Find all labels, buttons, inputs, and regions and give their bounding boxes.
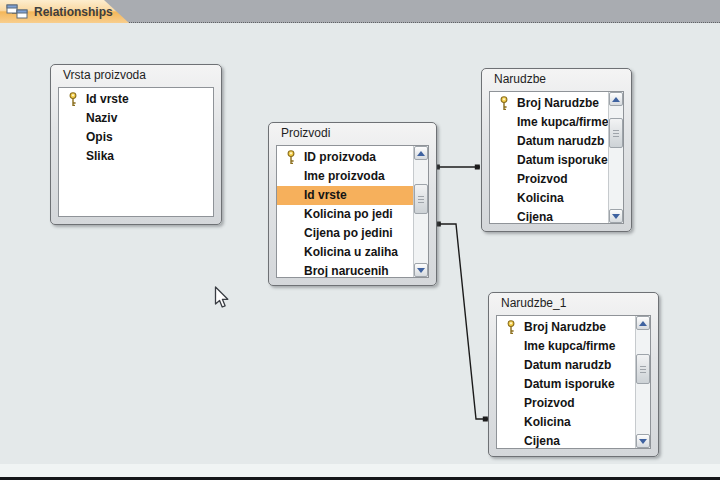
field-name: Datum isporuke: [524, 377, 615, 391]
field-row[interactable]: Proizvod: [497, 394, 635, 413]
field-list: Id vrsteNazivOpisSlika: [58, 87, 214, 217]
field-row[interactable]: Cijena po jedini: [277, 224, 413, 243]
field-list: Broj NarudzbeIme kupca/firmeDatum narudz…: [496, 315, 651, 449]
field-row[interactable]: Datum isporuke: [490, 151, 608, 170]
field-name: Datum narudzb: [517, 134, 604, 148]
field-name: ID proizvoda: [304, 150, 376, 164]
arrow-down-icon: [417, 268, 425, 273]
field-name: Kolicina po jedi: [304, 207, 393, 221]
field-row[interactable]: Ime kupca/firme: [497, 337, 635, 356]
field-row[interactable]: Kolicina u zaliha: [277, 243, 413, 262]
field-row[interactable]: Slika: [59, 147, 213, 166]
field-row[interactable]: Ime kupca/firme: [490, 113, 608, 132]
field-name: Opis: [86, 130, 113, 144]
arrow-up-icon: [417, 151, 425, 156]
field-row[interactable]: Kolicina po jedi: [277, 205, 413, 224]
field-row[interactable]: ID proizvoda: [277, 148, 413, 167]
arrow-down-icon: [612, 214, 620, 219]
field-name: Broj Narudzbe: [524, 320, 606, 334]
bottom-strip: [0, 464, 720, 477]
field-name: Ime kupca/firme: [524, 339, 615, 353]
field-list: Broj NarudzbeIme kupca/firmeDatum narudz…: [489, 91, 624, 224]
field-row[interactable]: Broj narucenih: [277, 262, 413, 278]
arrow-down-icon: [639, 439, 647, 444]
arrow-up-icon: [639, 321, 647, 326]
field-row[interactable]: Id vrste: [59, 90, 213, 109]
field-row[interactable]: Broj Narudzbe: [497, 318, 635, 337]
primary-key-icon: [286, 150, 296, 165]
field-row[interactable]: Kolicina: [497, 413, 635, 432]
field-name: Slika: [86, 149, 114, 163]
tab-bar: Relationships: [0, 0, 720, 23]
tab-relationships[interactable]: Relationships: [0, 0, 129, 23]
table-title[interactable]: Vrsta proizvoda: [51, 65, 221, 87]
arrow-up-icon: [612, 97, 620, 102]
field-name: Datum narudzb: [524, 358, 611, 372]
field-row[interactable]: Opis: [59, 128, 213, 147]
scrollbar[interactable]: [413, 146, 428, 277]
field-row[interactable]: Cijena: [490, 208, 608, 224]
field-name: Kolicina u zaliha: [304, 245, 398, 259]
field-name: Datum isporuke: [517, 153, 608, 167]
table-title[interactable]: Narudzbe: [482, 69, 631, 91]
field-name: Cijena po jedini: [304, 226, 393, 240]
relationships-window: Relationships Vrsta proizvodaId vrsteNaz…: [0, 0, 720, 480]
scroll-down-button[interactable]: [414, 263, 428, 277]
field-row[interactable]: Cijena: [497, 432, 635, 449]
scroll-thumb[interactable]: [636, 354, 650, 384]
scroll-up-button[interactable]: [636, 316, 650, 330]
table-proizvodi[interactable]: ProizvodiID proizvodaIme proizvodaId vrs…: [268, 122, 437, 286]
field-row[interactable]: Broj Narudzbe: [490, 94, 608, 113]
field-name: Id vrste: [86, 92, 129, 106]
field-name: Id vrste: [304, 188, 347, 202]
table-narudzbe-1[interactable]: Narudzbe_1Broj NarudzbeIme kupca/firmeDa…: [488, 292, 659, 457]
scroll-up-button[interactable]: [414, 146, 428, 160]
field-rows: Id vrsteNazivOpisSlika: [59, 90, 213, 166]
scroll-down-button[interactable]: [636, 434, 650, 448]
relationships-canvas[interactable]: Vrsta proizvodaId vrsteNazivOpisSlikaPro…: [0, 24, 720, 480]
table-vrsta-proizvoda[interactable]: Vrsta proizvodaId vrsteNazivOpisSlika: [50, 64, 222, 225]
primary-key-icon: [68, 92, 78, 107]
field-row[interactable]: Naziv: [59, 109, 213, 128]
field-list: ID proizvodaIme proizvodaId vrsteKolicin…: [276, 145, 429, 278]
field-name: Ime kupca/firme: [517, 115, 608, 129]
field-row[interactable]: Datum isporuke: [497, 375, 635, 394]
field-name: Ime proizvoda: [304, 169, 385, 183]
field-name: Cijena: [524, 434, 560, 448]
field-rows: Broj NarudzbeIme kupca/firmeDatum narudz…: [490, 94, 608, 224]
field-row[interactable]: Id vrste: [277, 186, 413, 205]
primary-key-icon: [499, 96, 509, 111]
field-name: Proizvod: [524, 396, 575, 410]
primary-key-icon: [506, 320, 516, 335]
tab-label: Relationships: [34, 5, 113, 19]
scrollbar[interactable]: [635, 316, 650, 448]
field-row[interactable]: Datum narudzb: [490, 132, 608, 151]
table-title[interactable]: Proizvodi: [269, 123, 436, 145]
scrollbar[interactable]: [608, 92, 623, 223]
field-row[interactable]: Datum narudzb: [497, 356, 635, 375]
field-rows: Broj NarudzbeIme kupca/firmeDatum narudz…: [497, 318, 635, 449]
scroll-thumb[interactable]: [609, 118, 623, 148]
field-name: Proizvod: [517, 172, 568, 186]
field-name: Broj narucenih: [304, 264, 389, 278]
table-title[interactable]: Narudzbe_1: [489, 293, 658, 315]
field-name: Cijena: [517, 210, 553, 224]
field-name: Broj Narudzbe: [517, 96, 599, 110]
scroll-up-button[interactable]: [609, 92, 623, 106]
field-name: Kolicina: [517, 191, 564, 205]
field-row[interactable]: Kolicina: [490, 189, 608, 208]
scroll-down-button[interactable]: [609, 209, 623, 223]
field-row[interactable]: Proizvod: [490, 170, 608, 189]
table-narudzbe[interactable]: NarudzbeBroj NarudzbeIme kupca/firmeDatu…: [481, 68, 632, 232]
relationships-icon: [6, 4, 28, 19]
field-row[interactable]: Ime proizvoda: [277, 167, 413, 186]
scroll-thumb[interactable]: [414, 184, 428, 214]
field-name: Kolicina: [524, 415, 571, 429]
field-name: Naziv: [86, 111, 117, 125]
field-rows: ID proizvodaIme proizvodaId vrsteKolicin…: [277, 148, 413, 278]
relationship-line-proizvodi-narudzbe-1: [437, 224, 488, 419]
